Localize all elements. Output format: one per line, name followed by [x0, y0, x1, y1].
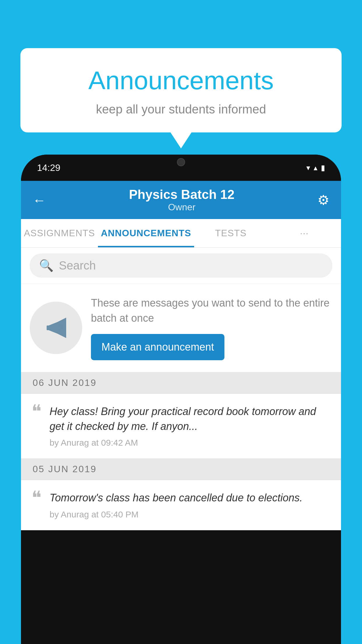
svg-marker-0 — [49, 322, 57, 334]
speech-bubble-title: Announcements — [35, 66, 327, 95]
search-bar-container: 🔍 Search — [21, 248, 341, 284]
announcement-right-1: Hey class! Bring your practical record b… — [50, 404, 331, 448]
tab-assignments[interactable]: ASSIGNMENTS — [21, 219, 98, 247]
announcement-item-2: ❝ Tomorrow's class has been cancelled du… — [21, 480, 341, 530]
announcement-text-1: Hey class! Bring your practical record b… — [50, 404, 331, 434]
megaphone-icon — [41, 313, 71, 342]
promo-description: These are messages you want to send to t… — [91, 295, 332, 326]
svg-marker-1 — [57, 318, 66, 338]
status-time: 14:29 — [37, 162, 60, 173]
announcement-item-1: ❝ Hey class! Bring your practical record… — [21, 394, 341, 459]
promo-card: These are messages you want to send to t… — [21, 284, 341, 372]
search-placeholder: Search — [59, 259, 96, 272]
date-separator-2: 05 JUN 2019 — [21, 459, 341, 480]
announcement-by-2: by Anurag at 05:40 PM — [50, 510, 331, 519]
svg-rect-2 — [47, 326, 49, 330]
quote-icon-2: ❝ — [31, 489, 41, 508]
battery-icon: ▮ — [321, 163, 325, 172]
date-separator-1: 06 JUN 2019 — [21, 372, 341, 394]
announcement-by-1: by Anurag at 09:42 AM — [50, 438, 331, 448]
quote-icon-1: ❝ — [31, 402, 41, 421]
header-title-block: Physics Batch 12 Owner — [129, 187, 235, 213]
phone-camera — [177, 158, 185, 166]
tab-announcements[interactable]: ANNOUNCEMENTS — [98, 219, 194, 247]
wifi-icon: ▾ — [306, 163, 310, 172]
promo-right: These are messages you want to send to t… — [91, 295, 332, 360]
make-announcement-button[interactable]: Make an announcement — [91, 334, 224, 360]
app-header: ← Physics Batch 12 Owner ⚙ — [21, 181, 341, 219]
signal-icon: ▴ — [314, 163, 317, 172]
tabs-bar: ASSIGNMENTS ANNOUNCEMENTS TESTS ··· — [21, 219, 341, 248]
search-bar[interactable]: 🔍 Search — [30, 253, 332, 278]
phone-screen: 🔍 Search — [21, 248, 341, 530]
status-bar: 14:29 ▾ ▴ ▮ — [21, 155, 341, 181]
status-icons: ▾ ▴ ▮ — [306, 163, 325, 172]
phone-notch — [149, 155, 213, 171]
speech-bubble: Announcements keep all your students inf… — [20, 48, 342, 132]
tab-more[interactable]: ··· — [268, 219, 341, 247]
announcement-right-2: Tomorrow's class has been cancelled due … — [50, 491, 331, 519]
announcement-icon-circle — [30, 302, 82, 354]
phone-frame: 14:29 ▾ ▴ ▮ ← Physics Batch 12 Owner ⚙ A… — [21, 155, 341, 644]
batch-role: Owner — [129, 202, 235, 213]
back-button[interactable]: ← — [33, 192, 46, 208]
settings-gear-icon[interactable]: ⚙ — [317, 192, 329, 208]
announcement-text-2: Tomorrow's class has been cancelled due … — [50, 491, 331, 505]
speech-bubble-subtitle: keep all your students informed — [35, 102, 327, 116]
search-icon: 🔍 — [39, 259, 54, 272]
batch-title: Physics Batch 12 — [129, 187, 235, 202]
tab-tests[interactable]: TESTS — [194, 219, 268, 247]
